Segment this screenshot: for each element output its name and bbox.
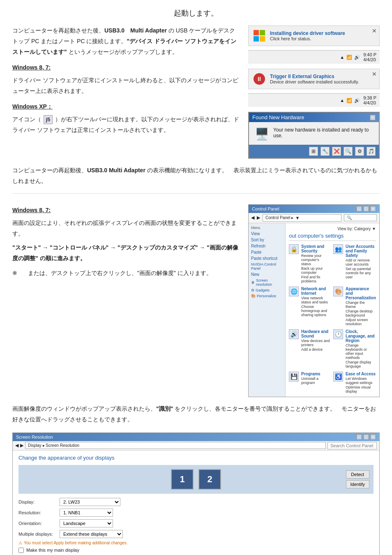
appearance-icon: 🎨: [333, 287, 343, 296]
cp-category-access: ♿ Ease of Access Let Windows suggest set…: [333, 372, 376, 393]
cp-close-button[interactable]: ✕: [370, 206, 376, 212]
orientation-field-row: Orientation: Landscape: [18, 519, 374, 527]
found-hw-message: Your new hardware is installed and ready…: [273, 127, 373, 139]
cp-toolbar: ◀ ▶ Control Panel ▸ ▼ 🔍: [249, 213, 379, 223]
windows87-2-heading: Windows 8, 7:: [12, 205, 241, 215]
windows87-heading: Windows 8, 7:: [12, 62, 241, 73]
trigger-graphics-toast: II Trigger II External Graphics Device d…: [248, 69, 380, 89]
cp-sidebar-label: Menu: [251, 226, 283, 230]
sr-controls: ─ □ ✕: [356, 434, 376, 440]
section1-left: コンピューターを再起動させた後、USB3.0 Multi Adapter の U…: [12, 25, 241, 139]
main-display-checkbox[interactable]: [18, 548, 24, 553]
sr-body: Change the appearance of your displays 1…: [13, 451, 379, 555]
multiple-displays-select[interactable]: Extend these displays: [60, 530, 123, 538]
identify-paragraph: 画面解像度のウィンドウがポップアップ表示されたら、"識別" をクリックし、各モニ…: [12, 404, 380, 425]
trigger-graphics-icon: II: [253, 72, 266, 86]
sr-forward-button[interactable]: ▶: [20, 443, 23, 448]
section-divider-1: [12, 193, 380, 194]
reboot-paragraph: コンピューターの再起動後、USB3.0 Multi Adapter の表示機能が…: [12, 165, 380, 187]
sr-close-button[interactable]: ✕: [370, 434, 376, 440]
toast2-subtitle: Device driver software installed success…: [270, 79, 375, 84]
display-field-row: Display: 2. LW23 1. Inkilne PC Display 3…: [18, 498, 374, 506]
identify-button[interactable]: Identify: [346, 480, 369, 488]
toast2-close-button[interactable]: ✕: [372, 71, 377, 77]
cp-sidebar-pasteshortcut[interactable]: Paste shortcut: [251, 256, 283, 261]
cp-search-box[interactable]: 🔍: [344, 214, 377, 221]
access-title: Ease of Access: [346, 372, 376, 376]
orientation-label: Orientation:: [18, 521, 60, 526]
cp-category-clock: 🕐 Clock, Language, and Region Change key…: [333, 329, 376, 368]
intro-paragraph: コンピューターを再起動させた後、USB3.0 Multi Adapter の U…: [12, 25, 241, 58]
orientation-select[interactable]: Landscape: [60, 519, 113, 527]
found-hw-title: Found New Hardware: [252, 114, 304, 120]
network-icon: 📶: [346, 55, 352, 60]
found-hw-body: 🖥️ Your new hardware is installed and re…: [249, 122, 379, 145]
cp-title: Control Panel: [252, 206, 279, 211]
security-title: System and Security: [301, 244, 330, 253]
resolution-select[interactable]: 1. NNB1: [60, 509, 113, 517]
cp-sidebar-refresh[interactable]: Refresh: [251, 244, 283, 248]
section3: 画面解像度のウィンドウがポップアップ表示されたら、"識別" をクリックし、各モニ…: [12, 404, 380, 555]
cp-sidebar-sortby[interactable]: Sort by: [251, 238, 283, 242]
hw-icon-3: ❌: [332, 147, 341, 156]
note-symbol: ※: [12, 268, 21, 278]
svg-rect-0: [254, 30, 259, 35]
sr-minimize-button[interactable]: ─: [356, 434, 362, 440]
windows87-text: ドライバー ソフトウェアが正常にインストールし終わると、以下のメッセージがコンピ…: [12, 75, 241, 97]
display-select[interactable]: 2. LW23 1. Inkilne PC Display 3. NNB1: [60, 498, 120, 506]
control-panel-screenshot: Control Panel ─ □ ✕ ◀ ▶ Control Panel ▸ …: [248, 204, 380, 397]
hardware-sound-icon: 🔊: [289, 329, 299, 339]
cp-address-arrow: ▼: [295, 215, 300, 220]
found-hw-footer: ⊞ 🔧 ❌ 🔍 ⚙ 🎵: [249, 145, 379, 158]
cp-minimize-button[interactable]: ─: [356, 206, 362, 212]
display-label: Display:: [18, 500, 60, 504]
cp-sidebar-paste[interactable]: Paste: [251, 250, 283, 254]
cp-category-network: 🌐 Network and Internet View network stat…: [289, 287, 330, 326]
hw-icon-5: ⚙: [355, 147, 364, 156]
cp-grid: 🔒 System and Security Review your comput…: [289, 244, 376, 393]
svg-rect-2: [254, 36, 259, 42]
cp-view-by: View by: Category ▼: [289, 227, 376, 231]
cp-address-text: Control Panel ▸: [265, 215, 293, 220]
sr-back-button[interactable]: ◀: [15, 443, 18, 448]
multiple-displays-row: Multiple displays: Extend these displays: [18, 530, 374, 538]
note-line: ※ または、デスクトップ上で右クリックし、"画面の解像度" に入ります。: [12, 268, 241, 278]
screen-resolution-screenshot: Screen Resolution ─ □ ✕ ◀ ▶ Display ▸ Sc…: [12, 432, 380, 555]
toast1-subtitle: Click here for status.: [270, 36, 375, 41]
toast2-date: 4/4/20: [363, 100, 376, 105]
cp-back-button[interactable]: ◀: [251, 215, 254, 220]
cp-sidebar-nvidia[interactable]: NVIDIA Control Panel: [251, 262, 283, 271]
j5-icon: j5: [44, 115, 53, 124]
cp-sidebar-new[interactable]: New: [251, 272, 283, 277]
hw-icon-4: 🔍: [344, 147, 353, 156]
cp-sidebar-view[interactable]: View: [251, 231, 283, 236]
sr-addressbar: Display ▸ Screen Resolution: [25, 442, 326, 449]
hw-icon-2: 🔧: [321, 147, 330, 156]
monitors-area: 1 2 Detect Identify: [18, 465, 374, 494]
detect-button[interactable]: Detect: [346, 470, 369, 479]
sr-maximize-button[interactable]: □: [363, 434, 369, 440]
cp-sidebar-gadgets[interactable]: ⚙Gadgets: [251, 288, 283, 292]
cp-sidebar-personalize[interactable]: 🎨Personalize: [251, 294, 283, 298]
cp-category-useraccount: 👥 User Accounts and Family Safety Add or…: [333, 244, 376, 283]
network-icon2: 📶: [346, 98, 352, 103]
cp-main: View by: Category ▼ out computer's setti…: [286, 223, 379, 397]
cp-controls: ─ □ ✕: [356, 206, 376, 212]
found-hw-close-button[interactable]: ✕: [370, 115, 376, 120]
sr-breadcrumb: Display ▸ Screen Resolution: [28, 443, 79, 448]
note-text: または、デスクトップ上で右クリックし、"画面の解像度" に入ります。: [22, 268, 212, 278]
sr-search-input[interactable]: [327, 442, 377, 449]
cp-forward-button[interactable]: ▶: [257, 215, 260, 220]
cp-maximize-button[interactable]: □: [363, 206, 369, 212]
toast1-close-button[interactable]: ✕: [372, 28, 377, 34]
installing-driver-toast: Installing device driver software Click …: [248, 25, 380, 46]
toast1-date: 4/4/20: [363, 57, 376, 62]
cp-category-appearance: 🎨 Appearance and Personalization Change …: [333, 287, 376, 326]
sr-titlebar: Screen Resolution ─ □ ✕: [13, 433, 379, 441]
svg-rect-1: [260, 30, 265, 35]
cp-sidebar-screenres[interactable]: 🖥Screen resolution: [251, 278, 283, 287]
detect-identify-area: Detect Identify: [346, 470, 369, 488]
svg-rect-3: [260, 36, 265, 42]
main-display-label: Make this my main display: [26, 548, 79, 553]
clock-title: Clock, Language, and Region: [346, 329, 376, 343]
